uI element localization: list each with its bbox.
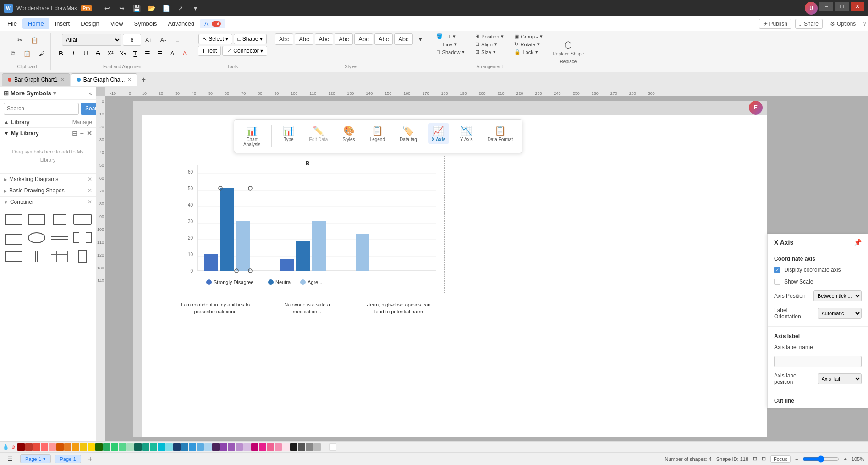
color-swatch-darkgreen[interactable]	[95, 443, 103, 451]
menu-symbols[interactable]: Symbols	[129, 18, 163, 29]
color-swatch-gray[interactable]	[306, 443, 313, 451]
line-button[interactable]: — Line ▾	[435, 41, 467, 48]
paste-special-button[interactable]: 📋	[21, 48, 33, 60]
menu-home[interactable]: Home	[22, 18, 49, 29]
color-swatch-blue4[interactable]	[204, 443, 212, 451]
shape-item-11[interactable]	[49, 248, 70, 264]
format-painter-button[interactable]: 🖌	[35, 48, 48, 60]
color-swatch-darkpurple[interactable]	[212, 443, 220, 451]
size-button[interactable]: ⊡ Size ▾	[474, 49, 505, 55]
shape-button[interactable]: □ Shape ▾	[234, 34, 267, 44]
canvas-content[interactable]: 📊 ChartAnalysis 📊 Type ✏️ Edit Data	[105, 96, 868, 441]
share-quick-button[interactable]: ↗	[174, 4, 187, 13]
options-button[interactable]: ⚙ Options	[826, 19, 859, 28]
more-button[interactable]: ▾	[188, 4, 202, 13]
color-swatch-cyan2[interactable]	[165, 443, 173, 451]
color-swatch-darkblue[interactable]	[173, 443, 181, 451]
style-btn-4[interactable]: Abc	[335, 33, 353, 45]
styles-more-button[interactable]: ▾	[414, 33, 427, 45]
shadow-button[interactable]: ◻ Shadow ▾	[435, 49, 467, 55]
color-swatch-white[interactable]	[329, 443, 336, 451]
cut-button[interactable]: ✂	[14, 34, 27, 46]
replace-shape-button[interactable]: ⬡ Replace Shape	[553, 39, 584, 56]
close-button[interactable]: ✕	[851, 2, 864, 11]
style-btn-6[interactable]: Abc	[374, 33, 393, 45]
add-tab-button[interactable]: +	[138, 74, 149, 85]
axis-label-name-input[interactable]	[774, 356, 862, 367]
color-swatch-yellow3[interactable]	[88, 443, 95, 451]
styles-tool[interactable]: 🎨 Styles	[339, 123, 358, 144]
fit-icon[interactable]: ⊡	[762, 456, 766, 462]
tab-bar-graph-2[interactable]: Bar Graph Cha... ✕	[71, 73, 137, 86]
color-swatch-blue2[interactable]	[189, 443, 196, 451]
category-marketing[interactable]: ▶ Marketing Diagrams ✕	[0, 174, 96, 185]
share-button[interactable]: ⤴ Share	[795, 19, 823, 29]
color-swatch-orange1[interactable]	[56, 443, 64, 451]
shape-item-6[interactable]	[27, 230, 47, 246]
publish-button[interactable]: ✈ Publish	[759, 19, 791, 29]
color-swatch-green4[interactable]	[126, 443, 134, 451]
font-color-bg-button[interactable]: A	[167, 48, 178, 59]
chart-analysis-tool[interactable]: 📊 ChartAnalysis	[240, 123, 264, 149]
bar-g1-strongly-disagree[interactable]	[204, 254, 218, 271]
category-container-close[interactable]: ✕	[88, 199, 92, 205]
bar-chart-container[interactable]: B 0 10 20 30 40 50 60	[170, 156, 445, 293]
shape-item-4[interactable]	[72, 212, 93, 227]
axis-label-position-select[interactable]: Axis Tail	[818, 373, 862, 384]
italic-button[interactable]: I	[68, 48, 79, 59]
redo-button[interactable]: ↪	[115, 4, 129, 13]
shape-item-5[interactable]	[4, 230, 24, 246]
font-size-input[interactable]	[123, 34, 141, 46]
color-swatch-teal2[interactable]	[150, 443, 157, 451]
group-button[interactable]: ▣ Group - ▾	[513, 33, 544, 40]
color-swatch-red2[interactable]	[33, 443, 40, 451]
color-swatch-green3[interactable]	[119, 443, 126, 451]
maximize-button[interactable]: □	[835, 2, 849, 11]
color-swatch-red1[interactable]	[25, 443, 33, 451]
color-swatch-purple1[interactable]	[220, 443, 227, 451]
bar-g2-strongly-disagree[interactable]	[280, 259, 294, 271]
help-icon[interactable]: ?	[863, 21, 866, 27]
align-button[interactable]: ≡	[171, 34, 184, 46]
search-button[interactable]: Search	[81, 103, 96, 115]
bar-g1-neutral[interactable]	[220, 188, 234, 271]
color-swatch-red3[interactable]	[41, 443, 48, 451]
tab-close-1[interactable]: ✕	[60, 77, 64, 82]
position-button[interactable]: ⊞ Position ▾	[474, 33, 505, 40]
my-library-grid-icon[interactable]: ⊟	[72, 130, 77, 137]
underline-button[interactable]: U	[80, 48, 91, 59]
menu-file[interactable]: File	[2, 18, 22, 29]
display-coord-checkbox[interactable]: ✓	[774, 267, 780, 273]
category-basic[interactable]: ▶ Basic Drawing Shapes ✕	[0, 185, 96, 197]
xaxis-pin-button[interactable]: 📌	[854, 239, 862, 246]
color-swatch-orange2[interactable]	[64, 443, 71, 451]
shape-item-1[interactable]	[4, 212, 24, 227]
shape-item-8[interactable]	[72, 230, 93, 246]
data-tag-tool[interactable]: 🏷️ Data tag	[396, 123, 421, 144]
fill-button[interactable]: 🪣 Fill ▾	[435, 33, 467, 40]
no-color[interactable]: ⊘	[10, 443, 17, 451]
menu-view[interactable]: View	[105, 18, 129, 29]
category-container[interactable]: ▼ Container ✕	[0, 197, 96, 208]
menu-design[interactable]: Design	[75, 18, 104, 29]
shape-item-2[interactable]	[27, 212, 47, 227]
shape-item-12[interactable]	[72, 248, 93, 264]
show-scale-checkbox[interactable]	[774, 279, 780, 285]
page-tab-1[interactable]: Page-1 ▾	[20, 454, 51, 463]
color-swatch-pink3[interactable]	[275, 443, 282, 451]
color-swatch-darkred[interactable]	[17, 443, 25, 451]
color-swatch-pink2[interactable]	[267, 443, 274, 451]
color-swatch-red4[interactable]	[49, 443, 56, 451]
color-swatch-nearwhite[interactable]	[321, 443, 329, 451]
open-button[interactable]: 📂	[144, 4, 158, 13]
style-btn-7[interactable]: Abc	[394, 33, 412, 45]
color-swatch-cyan1[interactable]	[158, 443, 165, 451]
clear-format-button[interactable]: T̲	[130, 48, 141, 59]
color-swatch-purple2[interactable]	[228, 443, 235, 451]
style-btn-1[interactable]: Abc	[275, 33, 293, 45]
category-marketing-close[interactable]: ✕	[88, 176, 92, 182]
color-swatch-blue1[interactable]	[181, 443, 188, 451]
user-avatar[interactable]: U	[805, 2, 818, 15]
font-color-button[interactable]: A	[179, 48, 190, 59]
copy-button[interactable]: ⧉	[6, 48, 19, 60]
